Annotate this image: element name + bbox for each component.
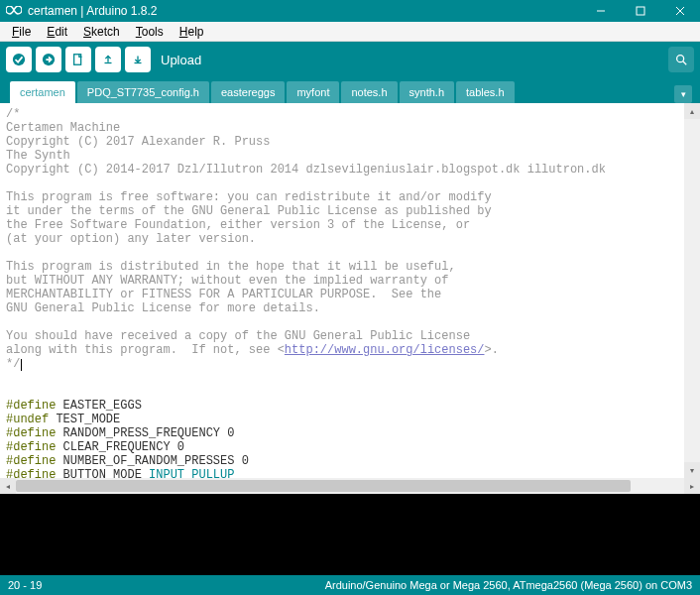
code-line: The Synth	[6, 149, 70, 163]
code-line: >.	[485, 343, 499, 357]
menu-bar: File Edit Sketch Tools Help	[0, 22, 700, 42]
code-line: */	[6, 357, 20, 371]
status-board-info: Arduino/Genuino Mega or Mega 2560, ATmeg…	[325, 579, 692, 591]
upload-button[interactable]	[36, 47, 61, 72]
svg-rect-1	[637, 7, 644, 15]
toolbar: Upload	[0, 42, 700, 77]
vertical-scrollbar[interactable]: ▴ ▾	[684, 103, 700, 478]
tab-eastereggs[interactable]: eastereggs	[211, 81, 285, 103]
menu-tools[interactable]: Tools	[130, 23, 170, 41]
code-keyword: #define	[6, 440, 56, 454]
code-line: MERCHANTABILITY or FITNESS FOR A PARTICU…	[6, 288, 441, 301]
code-link[interactable]: http://www.gnu.org/licenses/	[285, 343, 485, 357]
code-line: (at your option) any later version.	[6, 232, 256, 246]
code-line: This program is free software: you can r…	[6, 190, 492, 204]
code-line: Certamen Machine	[6, 121, 120, 135]
status-bar: 20 - 19 Arduino/Genuino Mega or Mega 256…	[0, 575, 700, 595]
console-panel[interactable]	[0, 494, 700, 575]
code-line: Copyright (C) 2017 Alexander R. Pruss	[6, 135, 270, 149]
menu-sketch[interactable]: Sketch	[77, 23, 126, 41]
code-line: BUTTON_MODE	[56, 468, 149, 478]
serial-monitor-button[interactable]	[668, 47, 694, 72]
code-line: along with this program. If not, see <	[6, 343, 285, 357]
verify-button[interactable]	[6, 47, 32, 72]
save-sketch-button[interactable]	[125, 47, 151, 72]
horizontal-scrollbar[interactable]: ◂ ▸	[0, 478, 700, 494]
tab-dropdown-button[interactable]: ▾	[674, 85, 692, 103]
maximize-button[interactable]	[621, 0, 660, 22]
close-button[interactable]	[660, 0, 700, 22]
svg-point-9	[677, 56, 684, 62]
scroll-thumb[interactable]	[16, 480, 631, 492]
code-keyword: #define	[6, 399, 56, 413]
svg-point-4	[13, 54, 25, 65]
code-line: the Free Software Foundation, either ver…	[6, 218, 470, 232]
tab-certamen[interactable]: certamen	[10, 81, 75, 103]
code-line: Copyright (C) 2014-2017 Dzl/Illutron 201…	[6, 163, 606, 177]
scroll-right-button[interactable]: ▸	[684, 478, 700, 494]
scroll-down-button[interactable]: ▾	[684, 462, 700, 478]
tab-tables[interactable]: tables.h	[456, 81, 515, 103]
scroll-up-button[interactable]: ▴	[684, 103, 700, 119]
menu-file[interactable]: File	[6, 23, 37, 41]
code-line: but WITHOUT ANY WARRANTY; without even t…	[6, 274, 448, 288]
code-keyword: #define	[6, 454, 56, 468]
code-keyword: #define	[6, 468, 56, 478]
text-cursor	[21, 359, 22, 371]
minimize-button[interactable]	[581, 0, 621, 22]
menu-edit[interactable]: Edit	[41, 23, 73, 41]
tab-bar: certamen PDQ_ST7735_config.h eastereggs …	[0, 77, 700, 103]
tab-pdq-config[interactable]: PDQ_ST7735_config.h	[77, 81, 209, 103]
svg-rect-6	[74, 55, 81, 65]
code-constant: INPUT_PULLUP	[149, 468, 234, 478]
code-keyword: #undef	[6, 413, 49, 426]
tab-synth[interactable]: synth.h	[400, 81, 454, 103]
new-sketch-button[interactable]	[65, 47, 91, 72]
code-line: GNU General Public License for more deta…	[6, 301, 320, 315]
code-line: it under the terms of the GNU General Pu…	[6, 204, 492, 218]
window-title: certamen | Arduino 1.8.2	[28, 4, 581, 18]
arduino-logo-icon	[6, 6, 22, 16]
code-line: You should have received a copy of the G…	[6, 329, 470, 343]
editor-area: /* Certamen Machine Copyright (C) 2017 A…	[0, 103, 700, 478]
menu-help[interactable]: Help	[174, 23, 210, 41]
tab-notes[interactable]: notes.h	[341, 81, 397, 103]
svg-line-10	[683, 61, 687, 65]
tab-myfont[interactable]: myfont	[287, 81, 339, 103]
upload-label: Upload	[161, 53, 201, 67]
scroll-left-button[interactable]: ◂	[0, 478, 16, 494]
code-line: RANDOM_PRESS_FREQUENCY 0	[56, 426, 234, 440]
scroll-track[interactable]	[684, 119, 700, 462]
code-line: /*	[6, 107, 20, 121]
code-line: NUMBER_OF_RANDOM_PRESSES 0	[56, 454, 248, 468]
code-line: TEST_MODE	[49, 413, 120, 426]
code-line: This program is distributed in the hope …	[6, 260, 456, 274]
open-sketch-button[interactable]	[95, 47, 121, 72]
code-line: EASTER_EGGS	[56, 399, 141, 413]
scroll-track[interactable]	[16, 478, 684, 494]
code-editor[interactable]: /* Certamen Machine Copyright (C) 2017 A…	[0, 103, 684, 478]
status-line-col: 20 - 19	[8, 579, 42, 591]
title-bar: certamen | Arduino 1.8.2	[0, 0, 700, 22]
code-line: CLEAR_FREQUENCY 0	[56, 440, 184, 454]
code-keyword: #define	[6, 426, 56, 440]
